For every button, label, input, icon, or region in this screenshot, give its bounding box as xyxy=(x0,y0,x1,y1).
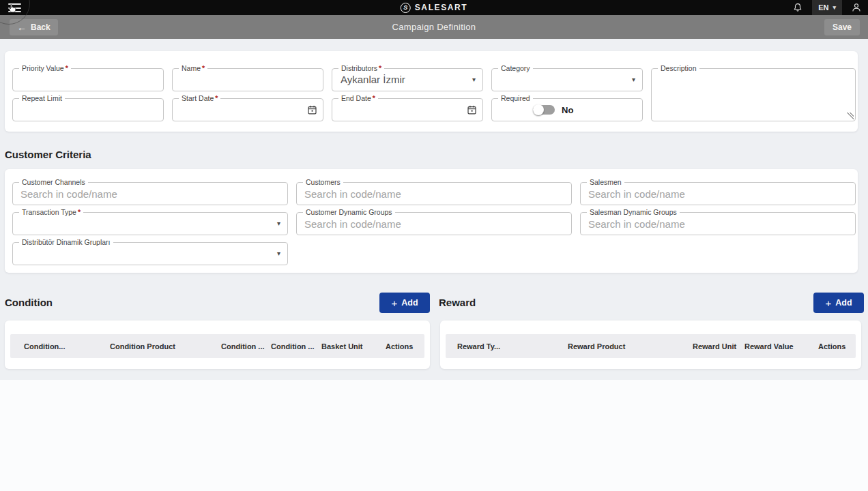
chevron-down-icon: ▾ xyxy=(277,250,280,257)
end-date-field: End Date* xyxy=(332,98,483,121)
page-title: Campaign Definition xyxy=(0,15,868,39)
customer-dynamic-groups-field: Customer Dynamic Groups xyxy=(296,212,572,235)
column-header: Basket Unit xyxy=(321,342,363,351)
column-header: Reward Unit xyxy=(693,342,736,351)
column-header: Condition ... xyxy=(221,342,265,351)
plus-icon: + xyxy=(825,298,831,308)
distributor-dynamic-groups-select[interactable]: Distribütör Dinamik Grupları ▾ xyxy=(12,242,288,265)
condition-title: Condition xyxy=(5,297,53,308)
calendar-icon[interactable] xyxy=(466,104,478,116)
field-label: Required xyxy=(498,94,533,103)
reward-table-header: Reward Ty... Reward Product Reward Unit … xyxy=(446,334,856,358)
chevron-down-icon: ▾ xyxy=(632,76,635,83)
field-label: End Date* xyxy=(338,94,378,103)
column-header: Reward Product xyxy=(568,342,625,351)
column-header: Reward Ty... xyxy=(457,342,500,351)
reward-add-button[interactable]: + Add xyxy=(813,293,864,313)
condition-table-header: Condition... Condition Product Condition… xyxy=(10,334,424,358)
required-toggle-wrap: No xyxy=(533,104,573,115)
salesart-logo-icon: S xyxy=(401,3,411,13)
page-header-bar: ← Back Campaign Definition Save xyxy=(0,15,868,39)
logo-initial: S xyxy=(403,5,407,11)
field-label: Category xyxy=(498,64,533,73)
notifications-bell-icon[interactable] xyxy=(793,3,802,12)
condition-table-card: Condition... Condition Product Condition… xyxy=(5,321,430,369)
salesman-dynamic-groups-field: Salesman Dynamic Groups xyxy=(580,212,856,235)
language-label: EN xyxy=(818,3,828,12)
customers-field: Customers xyxy=(296,182,572,205)
field-label: Distributors* xyxy=(338,64,384,73)
reward-title: Reward xyxy=(439,297,476,308)
field-label: Salesman Dynamic Groups xyxy=(587,208,680,217)
start-date-field: Start Date* xyxy=(172,98,323,121)
required-field: Required No xyxy=(491,98,643,121)
field-label: Description xyxy=(658,64,699,73)
customer-criteria-title: Customer Criteria xyxy=(5,149,91,160)
field-label: Repeat Limit xyxy=(19,94,65,103)
menu-icon[interactable] xyxy=(8,3,22,12)
save-button[interactable]: Save xyxy=(824,19,860,35)
description-field: Description xyxy=(651,68,856,121)
column-header: Condition ... xyxy=(271,342,315,351)
name-field: Name* xyxy=(172,68,323,91)
menu-bar xyxy=(8,8,21,9)
repeat-limit-field: Repeat Limit xyxy=(12,98,164,121)
required-toggle-state: No xyxy=(562,105,573,115)
campaign-general-card: Priority Value* Name* Distributors* Ayka… xyxy=(5,51,858,132)
chevron-down-icon: ▾ xyxy=(833,5,836,11)
transaction-type-select[interactable]: Transaction Type* ▾ xyxy=(12,212,288,235)
salesmen-field: Salesmen xyxy=(580,182,856,205)
field-label: Salesmen xyxy=(587,178,624,187)
toggle-knob xyxy=(533,104,544,115)
field-label: Priority Value* xyxy=(19,64,71,73)
customer-channels-field: Customer Channels xyxy=(12,182,288,205)
field-label: Distribütör Dinamik Grupları xyxy=(19,238,113,247)
chevron-down-icon: ▾ xyxy=(472,76,476,83)
field-label: Customers xyxy=(303,178,343,187)
field-label: Start Date* xyxy=(179,94,220,103)
brand-logo: S SALESART xyxy=(401,0,467,15)
field-label: Customer Dynamic Groups xyxy=(303,208,395,217)
field-label: Customer Channels xyxy=(19,178,88,187)
plus-icon: + xyxy=(391,298,397,308)
category-select[interactable]: Category ▾ xyxy=(491,68,643,91)
description-textarea[interactable] xyxy=(652,69,855,121)
menu-bar xyxy=(8,11,21,12)
column-header: Actions xyxy=(386,342,413,351)
calendar-icon[interactable] xyxy=(306,104,318,116)
language-selector[interactable]: EN ▾ xyxy=(812,0,842,15)
required-toggle[interactable] xyxy=(533,104,555,115)
reward-table-card: Reward Ty... Reward Product Reward Unit … xyxy=(440,321,861,369)
priority-value-field: Priority Value* xyxy=(12,68,164,91)
condition-add-button[interactable]: + Add xyxy=(379,293,430,313)
column-header: Condition... xyxy=(24,342,65,351)
chevron-down-icon: ▾ xyxy=(277,220,280,227)
field-label: Name* xyxy=(179,64,207,73)
column-header: Actions xyxy=(818,342,845,351)
distributors-select[interactable]: Distributors* Aykanlar İzmir ▾ xyxy=(332,68,483,91)
menu-bar xyxy=(8,3,21,5)
main-content: Priority Value* Name* Distributors* Ayka… xyxy=(0,39,868,491)
column-header: Condition Product xyxy=(110,342,175,351)
profile-icon[interactable] xyxy=(852,3,861,12)
topbar-actions: EN ▾ xyxy=(793,0,861,15)
customer-criteria-card: Customer Channels Customers Salesmen Tra… xyxy=(5,169,858,273)
brand-name: SALESART xyxy=(415,3,467,12)
column-header: Reward Value xyxy=(744,342,794,351)
field-label: Transaction Type* xyxy=(19,208,83,217)
top-navigation-bar: S SALESART EN ▾ xyxy=(0,0,868,15)
